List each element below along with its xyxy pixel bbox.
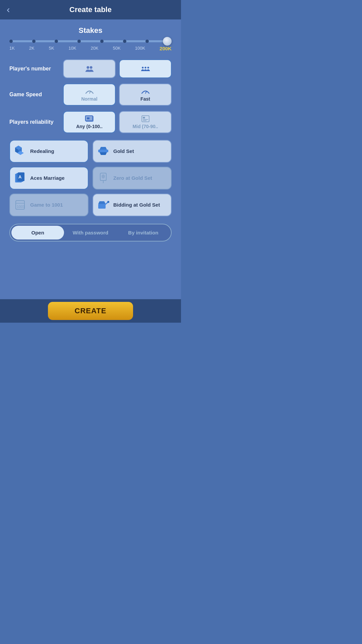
bidding-gold-set-label: Bidding at Gold Set — [113, 202, 160, 208]
svg-rect-10 — [143, 117, 145, 119]
zero-gold-set-btn[interactable]: Zero at Gold Set — [93, 167, 172, 190]
svg-marker-19 — [100, 152, 107, 155]
aces-marriage-btn[interactable]: A Aces Marriage — [9, 167, 88, 190]
slider-dot — [9, 40, 13, 43]
svg-rect-17 — [98, 150, 108, 152]
stake-1k: 1K — [9, 46, 15, 51]
stakes-slider[interactable] — [9, 40, 172, 42]
svg-rect-11 — [143, 119, 148, 120]
bidding-gold-set-btn[interactable]: Bidding at Gold Set — [93, 194, 172, 216]
bidding-icon — [97, 198, 110, 212]
slider-dot — [77, 40, 81, 43]
three-players-icon — [141, 65, 150, 72]
stakes-title: Stakes — [9, 26, 172, 35]
game-speed-row: Game Speed Normal Fast — [9, 84, 172, 106]
players-reliability-row: Players reliability Any (0-100.. — [9, 111, 172, 133]
stake-5k: 5K — [49, 46, 54, 51]
game-speed-label: Game Speed — [9, 92, 63, 98]
access-password[interactable]: With password — [64, 226, 117, 239]
two-players-icon — [85, 65, 94, 72]
slider-dot — [100, 40, 104, 43]
slider-dot — [55, 40, 58, 43]
gold-set-btn[interactable]: Gold Set — [93, 140, 172, 163]
mid-reliability-label: Mid (70-90.. — [132, 124, 158, 129]
two-players-btn[interactable] — [63, 59, 116, 78]
svg-point-4 — [147, 67, 149, 68]
fast-speed-icon — [141, 88, 150, 95]
page-title: Create table — [69, 5, 112, 14]
slider-dot — [123, 40, 126, 43]
mid-reliability-btn[interactable]: Mid (70-90.. — [119, 111, 172, 133]
svg-text:A: A — [18, 174, 22, 179]
players-reliability-label: Players reliability — [9, 119, 63, 125]
svg-point-1 — [89, 66, 92, 69]
back-button[interactable]: ‹ — [7, 5, 10, 14]
gold-set-label: Gold Set — [113, 148, 134, 154]
redealing-label: Redealing — [30, 148, 54, 154]
mid-reliability-icon — [141, 115, 150, 122]
stake-50k: 50K — [113, 46, 121, 51]
slider-thumb[interactable] — [163, 37, 172, 46]
zero-icon — [97, 171, 110, 185]
svg-rect-8 — [87, 117, 89, 119]
toggles-grid: Redealing Gold Set A — [9, 140, 172, 216]
game-speed-group: Normal Fast — [63, 84, 172, 106]
players-number-group — [63, 59, 172, 78]
players-reliability-group: Any (0-100.. Mid (70-90.. — [63, 111, 172, 133]
players-number-label: Player's number — [9, 66, 63, 72]
svg-marker-32 — [98, 201, 106, 204]
svg-rect-12 — [143, 120, 146, 121]
svg-marker-18 — [100, 147, 107, 150]
any-reliability-label: Any (0-100.. — [76, 124, 103, 129]
main-content: Stakes 1K 2K 5K 10K — [0, 19, 181, 299]
any-reliability-icon — [85, 115, 94, 122]
svg-rect-9 — [142, 116, 149, 122]
stake-labels: 1K 2K 5K 10K 20K 50K 100K 200K — [9, 46, 172, 51]
stakes-section: Stakes 1K 2K 5K 10K — [9, 26, 172, 51]
game-to-1001-label: Game to 1001 — [30, 202, 63, 208]
gold-set-icon — [97, 145, 110, 158]
stake-2k: 2K — [29, 46, 35, 51]
aces-icon: A — [13, 171, 27, 185]
aces-marriage-label: Aces Marriage — [30, 175, 65, 181]
settings-grid: Player's number — [9, 59, 172, 133]
redealing-icon — [13, 145, 27, 158]
normal-speed-icon — [85, 88, 94, 95]
normal-label: Normal — [81, 96, 97, 102]
normal-speed-btn[interactable]: Normal — [63, 84, 116, 106]
slider-dot — [32, 40, 36, 43]
zero-gold-set-label: Zero at Gold Set — [113, 175, 152, 181]
access-bar: Open With password By invitation — [9, 224, 172, 241]
svg-point-27 — [102, 174, 105, 178]
svg-point-2 — [142, 67, 143, 68]
stake-200k: 200K — [160, 46, 172, 51]
header: ‹ Create table — [0, 0, 181, 19]
access-open[interactable]: Open — [11, 226, 64, 239]
stake-20k: 20K — [91, 46, 99, 51]
create-button[interactable]: CREATE — [48, 302, 133, 320]
footer: CREATE — [0, 299, 181, 323]
fast-speed-btn[interactable]: Fast — [119, 84, 172, 106]
any-reliability-btn[interactable]: Any (0-100.. — [63, 111, 116, 133]
redealing-btn[interactable]: Redealing — [9, 140, 88, 163]
fast-label: Fast — [140, 96, 150, 102]
svg-point-34 — [107, 201, 109, 203]
svg-point-3 — [144, 67, 146, 68]
svg-text:1001: 1001 — [17, 205, 25, 209]
stake-10k: 10K — [69, 46, 76, 51]
slider-dot — [145, 40, 149, 43]
svg-point-0 — [86, 66, 89, 69]
1001-icon: 1001 — [13, 198, 27, 212]
game-to-1001-btn[interactable]: 1001 Game to 1001 — [9, 194, 88, 216]
stake-100k: 100K — [135, 46, 145, 51]
three-players-btn[interactable] — [119, 59, 172, 78]
players-number-row: Player's number — [9, 59, 172, 78]
access-invitation[interactable]: By invitation — [117, 226, 170, 239]
